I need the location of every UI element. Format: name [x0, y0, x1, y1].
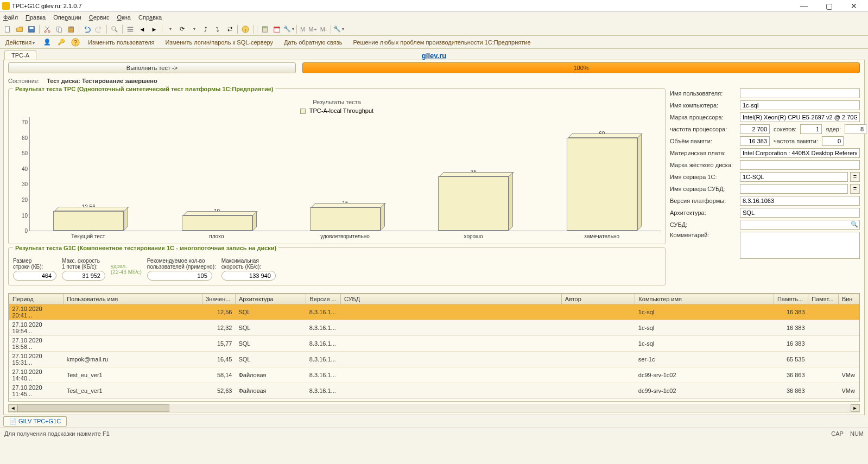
- cores-input[interactable]: [845, 124, 866, 134]
- find-icon[interactable]: [109, 24, 120, 35]
- calendar-icon[interactable]: [271, 24, 282, 35]
- change-login-link[interactable]: Изменить логин/пароль к SQL-серверу: [162, 38, 277, 47]
- th-user[interactable]: Пользователь имя: [64, 294, 202, 304]
- th-period[interactable]: Период: [9, 294, 64, 304]
- platform-label: Версия платформы:: [670, 198, 738, 204]
- paste-icon[interactable]: [66, 24, 77, 35]
- th-dbms[interactable]: СУБД: [340, 294, 561, 304]
- cpu-brand-input[interactable]: [740, 112, 860, 122]
- menu-file[interactable]: Файл: [3, 14, 18, 21]
- chart-bar: 15: [292, 200, 398, 231]
- refresh-icon[interactable]: ⟳: [176, 24, 187, 35]
- run-test-button[interactable]: Выполнить тест ->: [8, 62, 296, 73]
- th-vin[interactable]: Вин: [838, 294, 859, 304]
- open-icon[interactable]: [14, 24, 25, 35]
- chart-area: 010203040506070 12.56 10 15 35 60: [29, 117, 661, 231]
- secondary-toolbar: Действия 👤 🔑 ? Изменить пользователя Изм…: [0, 36, 868, 49]
- comment-input[interactable]: [740, 232, 860, 259]
- dropdown1-icon[interactable]: [164, 24, 175, 35]
- user-icon[interactable]: 👤: [42, 37, 52, 47]
- table-row[interactable]: 27.10.2020 20:41...12,56SQL8.3.16.1...1c…: [9, 304, 859, 320]
- menu-windows[interactable]: Окна: [117, 14, 131, 21]
- save-icon[interactable]: [26, 24, 37, 35]
- th-version[interactable]: Версия ...: [306, 294, 341, 304]
- computer-input[interactable]: [740, 100, 860, 110]
- table-row[interactable]: 27.10.2020 15:31...kmpok@mail.ru16,45SQL…: [9, 352, 859, 367]
- mem-freq-input[interactable]: [822, 136, 844, 146]
- table-row[interactable]: 27.10.2020 14:40...Test_eu_ver158,14Файл…: [9, 367, 859, 383]
- srvdb-eq-button[interactable]: =: [850, 184, 860, 194]
- menu-edit[interactable]: Правка: [26, 14, 46, 21]
- wrench-icon[interactable]: 🔧: [333, 24, 344, 35]
- horizontal-scrollbar[interactable]: ◄ ►: [8, 404, 860, 412]
- scroll-left-icon[interactable]: ◄: [9, 404, 17, 412]
- nav-back-icon[interactable]: ◄: [137, 24, 148, 35]
- dbms-input[interactable]: [740, 220, 860, 230]
- action1-icon[interactable]: ⤴: [200, 24, 211, 35]
- calc-icon[interactable]: [259, 24, 270, 35]
- platform-input[interactable]: [740, 196, 860, 206]
- undo-icon[interactable]: [81, 24, 92, 35]
- tool-dd-icon[interactable]: 🔧: [283, 24, 294, 35]
- th-computer[interactable]: Компьютер имя: [635, 294, 774, 304]
- th-mem2[interactable]: Памят...: [808, 294, 839, 304]
- srv1c-input[interactable]: [740, 172, 848, 182]
- max-speed-input[interactable]: [62, 271, 105, 281]
- new-icon[interactable]: [2, 24, 13, 35]
- cpu-freq-input[interactable]: [740, 124, 770, 134]
- sockets-input[interactable]: [800, 124, 822, 134]
- table-row[interactable]: 27.10.2020 9:52:...or324,15SQL8.3.16.1..…: [9, 399, 859, 402]
- scroll-right-icon[interactable]: ►: [851, 404, 859, 412]
- th-author[interactable]: Автор: [561, 294, 635, 304]
- nav-fwd-icon[interactable]: ►: [149, 24, 160, 35]
- redo-icon[interactable]: [93, 24, 104, 35]
- th-mem1[interactable]: Память...: [774, 294, 808, 304]
- close-button[interactable]: ✕: [846, 1, 861, 11]
- maximize-button[interactable]: ▢: [821, 1, 837, 11]
- menu-ops[interactable]: Операции: [53, 14, 81, 21]
- svg-rect-0: [5, 26, 10, 32]
- rec-users-input[interactable]: [147, 271, 212, 281]
- table-row[interactable]: 27.10.2020 11:45...Test_eu_ver152,63Файл…: [9, 383, 859, 399]
- mem-input[interactable]: [740, 136, 770, 146]
- th-value[interactable]: Значен...: [202, 294, 235, 304]
- menu-help[interactable]: Справка: [138, 14, 162, 21]
- hdd-input[interactable]: [740, 160, 860, 170]
- cap-indicator: CAP: [831, 430, 844, 437]
- srv1c-eq-button[interactable]: =: [850, 172, 860, 182]
- menu-service[interactable]: Сервис: [89, 14, 110, 21]
- info-icon[interactable]: i: [240, 24, 251, 35]
- srvdb-label: Имя сервера СУБД:: [670, 186, 738, 192]
- minimize-button[interactable]: —: [796, 1, 812, 11]
- sockets-label: сокетов:: [772, 126, 798, 132]
- username-input[interactable]: [740, 88, 860, 98]
- table-row[interactable]: 27.10.2020 19:54...12,32SQL8.3.16.1...1c…: [9, 320, 859, 336]
- action2-icon[interactable]: ⤵: [212, 24, 223, 35]
- svg-rect-6: [58, 28, 61, 32]
- max-speed2-input[interactable]: [221, 271, 276, 281]
- tab-tpca[interactable]: TPC-A: [4, 50, 36, 60]
- table-row[interactable]: 27.10.2020 18:58...15,77SQL8.3.16.1...1c…: [9, 336, 859, 352]
- feedback-link[interactable]: Дать обратную связь: [281, 38, 345, 47]
- arch-input[interactable]: [740, 208, 860, 218]
- solve-link[interactable]: Решение любых проблем производительности…: [350, 38, 534, 47]
- actions-dropdown[interactable]: Действия: [2, 38, 38, 47]
- scroll-thumb[interactable]: [17, 404, 169, 412]
- cut-icon[interactable]: [42, 24, 53, 35]
- brand-link[interactable]: gilev.ru: [422, 52, 446, 60]
- srvdb-input[interactable]: [740, 184, 848, 194]
- row-size-input[interactable]: [13, 271, 56, 281]
- key-icon[interactable]: 🔑: [56, 37, 66, 47]
- list-icon[interactable]: [125, 24, 136, 35]
- help-icon[interactable]: ?: [71, 37, 80, 47]
- document-tab[interactable]: 📄 GILV TPC+G1C: [3, 416, 67, 427]
- svg-rect-12: [128, 29, 134, 30]
- dropdown2-icon[interactable]: [188, 24, 199, 35]
- chart-bar: 12.56: [35, 204, 142, 231]
- th-arch[interactable]: Архитектура: [235, 294, 306, 304]
- change-user-link[interactable]: Изменить пользователя: [85, 38, 157, 47]
- search-icon[interactable]: 🔍: [851, 221, 858, 228]
- mb-input[interactable]: [740, 148, 860, 158]
- copy-icon[interactable]: [54, 24, 65, 35]
- action3-icon[interactable]: ⇄: [224, 24, 235, 35]
